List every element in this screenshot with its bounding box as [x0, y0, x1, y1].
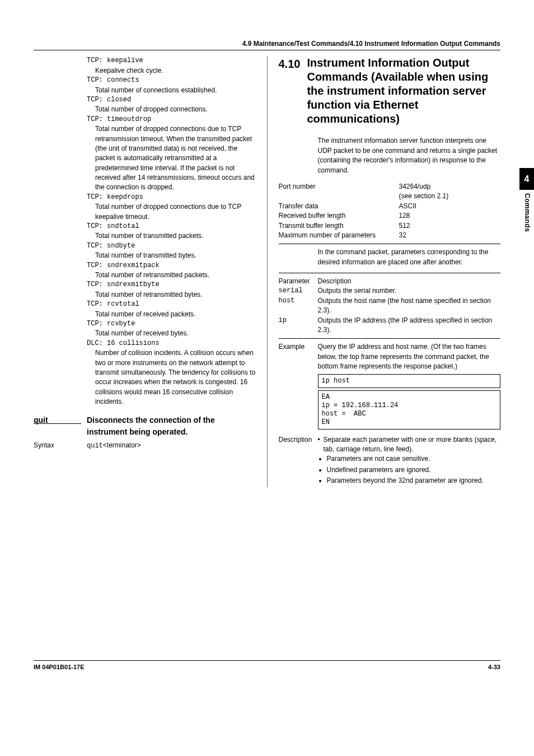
term-desc: Total number of dropped connections due …: [95, 202, 256, 222]
description-label: Description: [279, 435, 318, 487]
packet-note: In the command packet, parameters corres…: [318, 248, 501, 267]
term-desc: Total number of dropped connections.: [95, 105, 256, 114]
table-key: Received buffer length: [279, 211, 399, 221]
info-table: Port number 34264/udp (see section 2.1) …: [279, 182, 501, 240]
bullet-item: Parameters beyond the 32nd parameter are…: [327, 476, 501, 486]
syntax-label: Syntax: [34, 441, 64, 451]
term-desc: Total number of connections established.: [95, 86, 256, 95]
code-box-response: EA ip = 192.168.111.24 host = ABC EN: [318, 390, 501, 430]
param-key: host: [279, 296, 318, 316]
table-value: 34264/udp: [399, 182, 431, 192]
term-desc: Total number of received packets.: [95, 310, 256, 319]
intro-text: The instrument information server functi…: [318, 136, 501, 175]
term: TCP: connects: [87, 76, 256, 85]
side-tab: 4 Commands: [519, 168, 534, 235]
example-label: Example: [279, 342, 318, 371]
description-body: •Separate each parameter with one or mor…: [318, 435, 501, 487]
chapter-number-tab: 4: [519, 168, 534, 190]
column-separator: [267, 56, 268, 487]
right-column: 4.10 Instrument Information Output Comma…: [279, 56, 501, 487]
page: 4.9 Maintenance/Test Commands/4.10 Instr…: [0, 0, 534, 694]
footer-left: IM 04P01B01-17E: [34, 663, 85, 672]
param-value: Outputs the serial number.: [318, 286, 501, 296]
section-heading: Instrument Information Output Commands (…: [307, 56, 500, 126]
term: TCP: keepalive: [87, 56, 256, 66]
table-value-note: (see section 2.1): [399, 192, 449, 201]
term-desc: Total number of retransmitted bytes.: [95, 290, 256, 300]
term-desc: Total number of transmitted bytes.: [95, 251, 256, 260]
table-row: Transmit buffer length 512: [279, 221, 501, 231]
command-quit: quit Disconnects the connection of the i…: [34, 414, 256, 437]
bullet-item: Parameters are not case sensitive.: [327, 454, 501, 464]
example-text: Query the IP address and host name. (Of …: [318, 342, 501, 371]
chapter-label-tab: Commands: [522, 193, 531, 232]
code-box-request: ip host: [318, 374, 501, 388]
table-value: 512: [399, 221, 410, 231]
param-row: ip Outputs the IP address (the IP addres…: [279, 316, 501, 335]
example-row: Example Query the IP address and host na…: [279, 342, 501, 371]
term: TCP: keepdrops: [87, 193, 256, 202]
page-footer: IM 04P01B01-17E 4-33: [34, 660, 500, 672]
table-key: Transfer data: [279, 202, 399, 211]
param-header-key: Parameter: [279, 277, 318, 286]
bullet-item: Separate each parameter with one or more…: [324, 435, 501, 455]
table-key: Port number: [279, 182, 399, 192]
command-name: quit: [34, 414, 81, 424]
param-value: Outputs the host name (the host name spe…: [318, 296, 501, 316]
param-header-value: Description: [318, 277, 501, 286]
term: TCP: sndrexmitpack: [87, 261, 256, 270]
table-row: Maximum number of parameters 32: [279, 231, 501, 240]
footer-right: 4-33: [488, 663, 500, 672]
term-desc: Keepalive check cycle.: [95, 66, 256, 76]
table-row: (see section 2.1): [279, 192, 501, 201]
section-title: 4.10 Instrument Information Output Comma…: [279, 56, 501, 126]
param-key: serial: [279, 286, 318, 296]
left-column: TCP: keepalive Keepalive check cycle. TC…: [34, 56, 256, 487]
syntax-suffix: <terminator>: [103, 441, 141, 449]
term: TCP: sndrexmitbyte: [87, 280, 256, 290]
table-row: Transfer data ASCII: [279, 202, 501, 211]
term: TCP: rcvtotal: [87, 300, 256, 309]
param-value: Outputs the IP address (the IP address s…: [318, 316, 501, 335]
description-row: Description •Separate each parameter wit…: [279, 435, 501, 487]
table-value: ASCII: [399, 202, 416, 211]
table-key: Maximum number of parameters: [279, 231, 399, 240]
term-desc: Total number of retransmitted packets.: [95, 270, 256, 280]
param-header: Parameter Description: [279, 277, 501, 286]
term-desc: Total number of received bytes.: [95, 329, 256, 338]
term: DLC: 16 collisions: [87, 339, 256, 348]
term: TCP: sndbyte: [87, 241, 256, 251]
bullet-item: Undefined parameters are ignored.: [327, 465, 501, 475]
param-row: host Outputs the host name (the host nam…: [279, 296, 501, 316]
table-value: 32: [399, 231, 406, 240]
table-row: Port number 34264/udp: [279, 182, 501, 192]
syntax-cmd: quit: [87, 442, 103, 450]
param-row: serial Outputs the serial number.: [279, 286, 501, 296]
definition-list: TCP: keepalive Keepalive check cycle. TC…: [87, 56, 256, 407]
term: TCP: rcvbyte: [87, 319, 256, 329]
table-key: Transmit buffer length: [279, 221, 399, 231]
breadcrumb: 4.9 Maintenance/Test Commands/4.10 Instr…: [34, 39, 500, 49]
syntax-row: Syntax quit<terminator>: [34, 441, 256, 451]
section-number: 4.10: [279, 56, 301, 72]
term: TCP: timeoutdrop: [87, 115, 256, 124]
term: TCP: closed: [87, 95, 256, 105]
table-row: Received buffer length 128: [279, 211, 501, 221]
param-key: ip: [279, 316, 318, 335]
term: TCP: sndtotal: [87, 222, 256, 231]
term-desc: Number of collision incidents. A collisi…: [95, 348, 256, 407]
page-header: 4.9 Maintenance/Test Commands/4.10 Instr…: [34, 39, 500, 50]
term-desc: Total number of transmitted packets.: [95, 231, 256, 241]
term-desc: Total number of dropped connections due …: [95, 124, 256, 193]
command-desc: Disconnects the connection of the instru…: [87, 414, 256, 437]
table-value: 128: [399, 211, 410, 221]
